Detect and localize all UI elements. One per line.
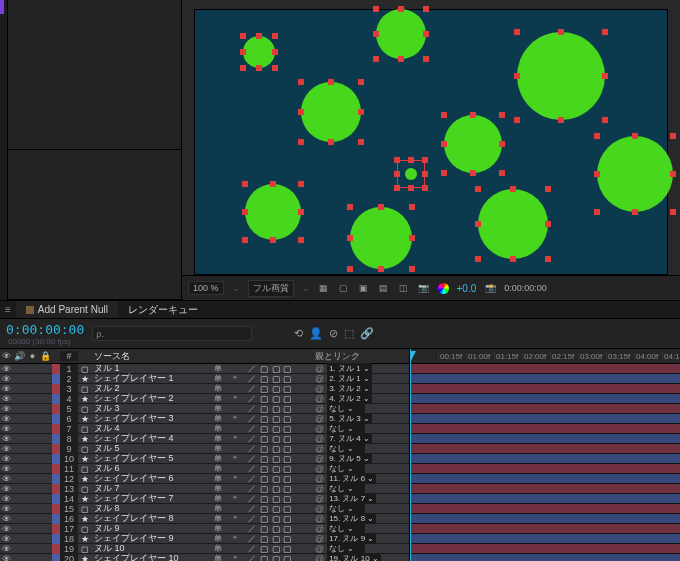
label-color[interactable] bbox=[52, 484, 60, 494]
current-time[interactable]: 0:00:00:00 bbox=[6, 322, 84, 337]
mode-cells[interactable]: ▢ ▢ ▢ bbox=[260, 374, 315, 384]
label-color[interactable] bbox=[52, 374, 60, 384]
mode-cells[interactable]: ▢ ▢ ▢ bbox=[260, 424, 315, 434]
pickwhip-icon[interactable]: @ bbox=[315, 374, 324, 384]
layer-bar[interactable] bbox=[410, 484, 680, 494]
camera-icon[interactable]: 📷 bbox=[418, 282, 430, 294]
video-toggle[interactable]: 👁 bbox=[0, 494, 13, 504]
mode-cells[interactable]: ▢ ▢ ▢ bbox=[260, 504, 315, 514]
render-queue-tab[interactable]: レンダーキュー bbox=[118, 301, 208, 318]
layer-bar[interactable] bbox=[410, 424, 680, 434]
video-toggle[interactable]: 👁 bbox=[0, 484, 13, 494]
zoom-dropdown[interactable]: 100 % bbox=[188, 281, 224, 295]
video-toggle[interactable]: 👁 bbox=[0, 524, 13, 534]
mode-cells[interactable]: ▢ ▢ ▢ bbox=[260, 434, 315, 444]
layer-bar[interactable] bbox=[410, 464, 680, 474]
label-color[interactable] bbox=[52, 494, 60, 504]
pickwhip-icon[interactable]: @ bbox=[315, 514, 324, 524]
search-input[interactable] bbox=[92, 326, 252, 341]
video-toggle[interactable]: 👁 bbox=[0, 404, 13, 414]
layer-bar[interactable] bbox=[410, 524, 680, 534]
layer-bar[interactable] bbox=[410, 454, 680, 464]
menu-icon[interactable]: ≡ bbox=[0, 301, 16, 318]
mode-cells[interactable]: ▢ ▢ ▢ bbox=[260, 464, 315, 474]
mode-cells[interactable]: ▢ ▢ ▢ bbox=[260, 454, 315, 464]
pickwhip-icon[interactable]: @ bbox=[315, 394, 324, 404]
video-toggle[interactable]: 👁 bbox=[0, 384, 13, 394]
link-icon[interactable]: 🔗 bbox=[360, 327, 374, 340]
mode-cells[interactable]: ▢ ▢ ▢ bbox=[260, 394, 315, 404]
quality-dropdown[interactable]: フル画質 bbox=[248, 280, 294, 297]
video-toggle[interactable]: 👁 bbox=[0, 474, 13, 484]
video-toggle[interactable]: 👁 bbox=[0, 464, 13, 474]
label-color[interactable] bbox=[52, 474, 60, 484]
mode-cells[interactable]: ▢ ▢ ▢ bbox=[260, 414, 315, 424]
label-color[interactable] bbox=[52, 524, 60, 534]
layer-bar[interactable] bbox=[410, 444, 680, 454]
pickwhip-icon[interactable]: @ bbox=[315, 494, 324, 504]
layer-bar[interactable] bbox=[410, 404, 680, 414]
mask-icon[interactable]: ▢ bbox=[338, 282, 350, 294]
label-color[interactable] bbox=[52, 364, 60, 374]
video-toggle[interactable]: 👁 bbox=[0, 514, 13, 524]
mode-cells[interactable]: ▢ ▢ ▢ bbox=[260, 444, 315, 454]
mode-cells[interactable]: ▢ ▢ ▢ bbox=[260, 494, 315, 504]
pickwhip-icon[interactable]: @ bbox=[315, 434, 324, 444]
label-color[interactable] bbox=[52, 554, 60, 562]
label-color[interactable] bbox=[52, 464, 60, 474]
video-toggle[interactable]: 👁 bbox=[0, 364, 13, 374]
pickwhip-icon[interactable]: @ bbox=[315, 474, 324, 484]
video-toggle[interactable]: 👁 bbox=[0, 504, 13, 514]
label-color[interactable] bbox=[52, 434, 60, 444]
composition-viewer[interactable] bbox=[182, 0, 680, 275]
layer-bar[interactable] bbox=[410, 374, 680, 384]
layer-bar[interactable] bbox=[410, 534, 680, 544]
switches[interactable]: 单＊／ bbox=[210, 553, 260, 561]
layer-bar[interactable] bbox=[410, 364, 680, 374]
mode-cells[interactable]: ▢ ▢ ▢ bbox=[260, 384, 315, 394]
label-color[interactable] bbox=[52, 394, 60, 404]
video-toggle[interactable]: 👁 bbox=[0, 374, 13, 384]
video-toggle[interactable]: 👁 bbox=[0, 554, 13, 562]
pickwhip-icon[interactable]: @ bbox=[315, 504, 324, 514]
mode-cells[interactable]: ▢ ▢ ▢ bbox=[260, 524, 315, 534]
comp-tab[interactable]: Add Parent Null bbox=[16, 301, 118, 318]
grid-icon[interactable]: ▦ bbox=[318, 282, 330, 294]
channel-icon[interactable]: ▣ bbox=[358, 282, 370, 294]
label-color[interactable] bbox=[52, 414, 60, 424]
mode-cells[interactable]: ▢ ▢ ▢ bbox=[260, 514, 315, 524]
pickwhip-icon[interactable]: @ bbox=[315, 424, 324, 434]
video-toggle[interactable]: 👁 bbox=[0, 414, 13, 424]
layer-bar[interactable] bbox=[410, 554, 680, 561]
color-management-icon[interactable] bbox=[438, 283, 449, 294]
mode-cells[interactable]: ▢ ▢ ▢ bbox=[260, 554, 315, 562]
layer-bar[interactable] bbox=[410, 504, 680, 514]
mode-cells[interactable]: ▢ ▢ ▢ bbox=[260, 364, 315, 374]
pickwhip-icon[interactable]: @ bbox=[315, 464, 324, 474]
video-toggle[interactable]: 👁 bbox=[0, 424, 13, 434]
label-color[interactable] bbox=[52, 384, 60, 394]
source-name-header[interactable]: ソース名 bbox=[92, 350, 210, 363]
snap-icon[interactable]: ⟲ bbox=[294, 327, 303, 340]
parent-dropdown[interactable]: 19. ヌル 10 ⌄ bbox=[327, 553, 381, 561]
video-toggle[interactable]: 👁 bbox=[0, 534, 13, 544]
blur-icon[interactable]: ⊘ bbox=[329, 327, 338, 340]
layer-bar[interactable] bbox=[410, 544, 680, 554]
layer-bar[interactable] bbox=[410, 514, 680, 524]
video-toggle[interactable]: 👁 bbox=[0, 394, 13, 404]
graph-icon[interactable]: ⬚ bbox=[344, 327, 354, 340]
transparency-icon[interactable]: ◫ bbox=[398, 282, 410, 294]
pickwhip-icon[interactable]: @ bbox=[315, 534, 324, 544]
label-color[interactable] bbox=[52, 444, 60, 454]
layer-bar[interactable] bbox=[410, 394, 680, 404]
mode-cells[interactable]: ▢ ▢ ▢ bbox=[260, 544, 315, 554]
mode-cells[interactable]: ▢ ▢ ▢ bbox=[260, 534, 315, 544]
pickwhip-icon[interactable]: @ bbox=[315, 484, 324, 494]
pickwhip-icon[interactable]: @ bbox=[315, 444, 324, 454]
layer-bar[interactable] bbox=[410, 474, 680, 484]
video-toggle[interactable]: 👁 bbox=[0, 454, 13, 464]
exposure-value[interactable]: +0.0 bbox=[457, 283, 477, 294]
label-color[interactable] bbox=[52, 504, 60, 514]
label-color[interactable] bbox=[52, 424, 60, 434]
label-color[interactable] bbox=[52, 544, 60, 554]
